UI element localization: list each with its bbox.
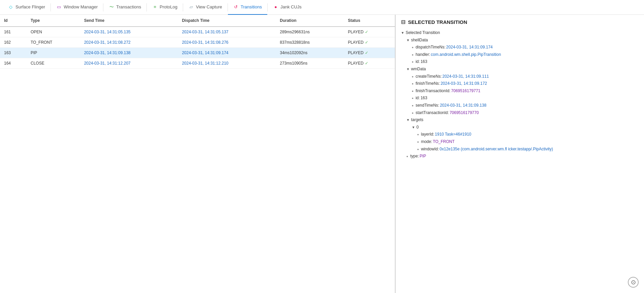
tree-wm-data: ▼ wmData ● createTimeNs: 2024-03-31, 14:… <box>401 66 639 116</box>
cell-type: OPEN <box>27 27 80 37</box>
cell-type: CLOSE <box>27 58 80 69</box>
cell-id: 163 <box>0 48 27 58</box>
jank-cuis-icon: ● <box>273 4 278 10</box>
status-text: PLAYED <box>348 61 363 66</box>
cell-id: 164 <box>0 58 27 69</box>
tree-target-0: ● layerId: 1910 Task=46#1910 ● mode: TO_… <box>412 131 639 153</box>
cell-status: PLAYED ✓ <box>344 58 395 69</box>
window-manager-icon: ▭ <box>56 4 62 10</box>
proto-log-icon: ≡ <box>152 4 158 10</box>
cell-type: PIP <box>27 48 80 58</box>
transition-tree: ▼ Selected Transition ▼ shellData ● disp… <box>401 29 639 160</box>
check-icon: ✓ <box>365 50 368 55</box>
tree-type: ● type: PIP <box>401 153 639 160</box>
cell-type: TO_FRONT <box>27 37 80 48</box>
cell-duration: 273ms10905ns <box>276 58 344 69</box>
cell-id: 162 <box>0 37 27 48</box>
cell-status: PLAYED ✓ <box>344 48 395 58</box>
transactions-icon: 〜 <box>109 4 114 10</box>
cell-dispatch-time[interactable]: 2024-03-31, 14:31:12.210 <box>178 58 276 69</box>
cell-dispatch-time[interactable]: 2024-03-31, 14:31:08.276 <box>178 37 276 48</box>
col-header-send-time: Send Time <box>80 15 178 27</box>
cell-duration: 837ms328818ns <box>276 37 344 48</box>
tab-view-capture[interactable]: ▱ View Capture <box>183 0 228 15</box>
status-text: PLAYED <box>348 50 363 55</box>
tree-root: ▼ Selected Transition ▼ shellData ● disp… <box>401 29 639 160</box>
tab-proto-log[interactable]: ≡ ProtoLog <box>147 0 183 15</box>
table-row[interactable]: 164CLOSE2024-03-31, 14:31:12.2072024-03-… <box>0 58 395 69</box>
check-icon: ✓ <box>365 30 368 34</box>
check-icon: ✓ <box>365 61 368 66</box>
tree-selected-transition-label: ▼ Selected Transition <box>401 29 639 37</box>
tab-window-manager[interactable]: ▭ Window Manager <box>51 0 103 15</box>
transitions-icon: ↺ <box>233 4 239 10</box>
tree-shell-data: ▼ shellData ● dispatchTimeNs: 2024-03-31… <box>401 37 639 66</box>
surface-flinger-icon: ◇ <box>8 4 13 10</box>
tab-transitions[interactable]: ↺ Transitions <box>228 0 267 15</box>
view-capture-icon: ▱ <box>189 4 194 10</box>
status-text: PLAYED <box>348 30 363 34</box>
table-row[interactable]: 162TO_FRONT2024-03-31, 14:31:08.2722024-… <box>0 37 395 48</box>
col-header-id: Id <box>0 15 27 27</box>
cell-send-time[interactable]: 2024-03-31, 14:31:09.138 <box>80 48 178 58</box>
table-header-row: Id Type Send Time Dispatch Time Duration… <box>0 15 395 27</box>
panel-title: ⊟ SELECTED TRANSITION <box>401 19 639 25</box>
col-header-status: Status <box>344 15 395 27</box>
cell-status: PLAYED ✓ <box>344 37 395 48</box>
col-header-duration: Duration <box>276 15 344 27</box>
selected-transition-panel: ⊟ SELECTED TRANSITION ▼ Selected Transit… <box>395 15 644 293</box>
cell-duration: 289ms296631ns <box>276 27 344 37</box>
tree-targets: ▼ targets ▼ 0 ● layerId: 1910 Task= <box>401 116 639 153</box>
cell-status: PLAYED ✓ <box>344 27 395 37</box>
transitions-table: Id Type Send Time Dispatch Time Duration… <box>0 15 395 69</box>
table-row[interactable]: 161OPEN2024-03-31, 14:31:05.1352024-03-3… <box>0 27 395 37</box>
cell-send-time[interactable]: 2024-03-31, 14:31:12.207 <box>80 58 178 69</box>
main-layout: Id Type Send Time Dispatch Time Duration… <box>0 15 644 293</box>
cell-send-time[interactable]: 2024-03-31, 14:31:08.272 <box>80 37 178 48</box>
tab-transactions[interactable]: 〜 Transactions <box>103 0 146 15</box>
tab-jank-cuis[interactable]: ● Jank CUJs <box>268 0 307 15</box>
table-row[interactable]: 163PIP2024-03-31, 14:31:09.1382024-03-31… <box>0 48 395 58</box>
tree-shell-data-children: ● dispatchTimeNs: 2024-03-31, 14:31:09.1… <box>406 44 639 66</box>
cell-id: 161 <box>0 27 27 37</box>
col-header-dispatch-time: Dispatch Time <box>178 15 276 27</box>
cell-dispatch-time[interactable]: 2024-03-31, 14:31:09.174 <box>178 48 276 58</box>
tab-surface-flinger[interactable]: ◇ Surface Flinger <box>3 0 50 15</box>
cell-dispatch-time[interactable]: 2024-03-31, 14:31:05.137 <box>178 27 276 37</box>
tree-targets-children: ▼ 0 ● layerId: 1910 Task=46#1910 ● <box>406 124 639 153</box>
cell-duration: 34ms102092ns <box>276 48 344 58</box>
col-header-type: Type <box>27 15 80 27</box>
check-icon: ✓ <box>365 40 368 45</box>
tree-wm-data-children: ● createTimeNs: 2024-03-31, 14:31:09.111… <box>406 73 639 117</box>
panel-icon: ⊟ <box>401 19 405 25</box>
tab-bar: ◇ Surface Flinger ▭ Window Manager 〜 Tra… <box>0 0 644 15</box>
settings-button[interactable]: ⊙ <box>628 277 639 288</box>
transitions-table-area: Id Type Send Time Dispatch Time Duration… <box>0 15 395 293</box>
status-text: PLAYED <box>348 40 363 45</box>
cell-send-time[interactable]: 2024-03-31, 14:31:05.135 <box>80 27 178 37</box>
